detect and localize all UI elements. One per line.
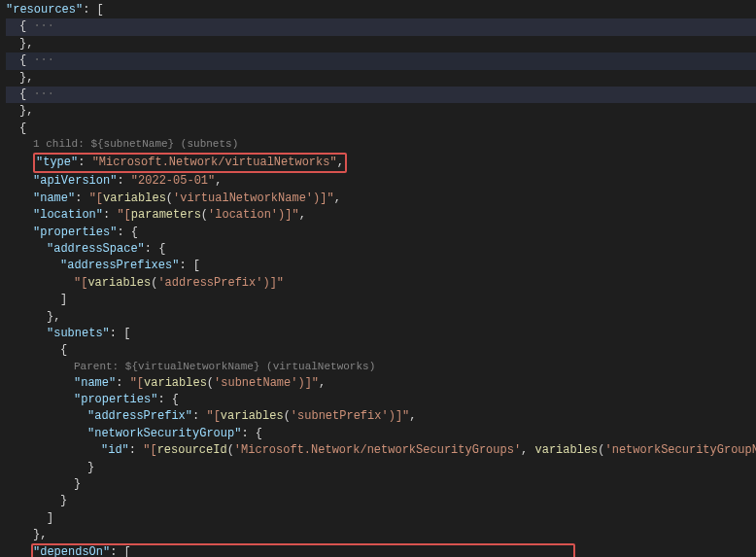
code-line[interactable]: "resources": [ [6, 2, 756, 18]
code-line[interactable]: "apiVersion": "2022-05-01", [6, 173, 756, 190]
inlay-hint: 1 child: ${subnetName} (subnets) [6, 137, 756, 153]
code-line[interactable]: "properties": { [6, 225, 756, 241]
code-line[interactable]: } [6, 476, 756, 493]
code-line[interactable]: "name": "[variables('subnetName')]", [6, 375, 756, 392]
code-line[interactable]: { [6, 342, 756, 359]
json-key: "resources" [6, 3, 83, 17]
code-line[interactable]: "subnets": [ [6, 326, 756, 342]
code-line[interactable]: "networkSecurityGroup": { [6, 426, 756, 442]
code-line[interactable]: ] [6, 292, 756, 308]
code-line[interactable]: } [6, 460, 756, 476]
collapsed-region[interactable]: { ··· [6, 52, 756, 69]
inlay-hint: Parent: ${virtualNetworkName} (virtualNe… [6, 360, 756, 375]
code-line[interactable]: { [6, 121, 756, 137]
code-line[interactable]: } [6, 493, 756, 509]
code-line[interactable]: }, [6, 70, 756, 87]
code-line[interactable]: "location": "[parameters('location')]", [6, 207, 756, 224]
code-editor[interactable]: "resources": [ { ··· }, { ··· }, { ··· }… [6, 2, 756, 557]
highlight-box: "type": "Microsoft.Network/virtualNetwor… [33, 153, 347, 173]
code-line[interactable]: "addressSpace": { [6, 241, 756, 258]
code-line[interactable]: }, [6, 309, 756, 326]
code-line[interactable]: }, [6, 103, 756, 120]
collapsed-region[interactable]: { ··· [6, 18, 756, 35]
code-line[interactable]: "type": "Microsoft.Network/virtualNetwor… [6, 153, 756, 173]
code-line[interactable]: "id": "[resourceId('Microsoft.Network/ne… [6, 442, 756, 459]
code-line[interactable]: }, [6, 36, 756, 52]
code-line[interactable]: }, [6, 527, 756, 543]
code-line[interactable]: "properties": { [6, 392, 756, 408]
code-line[interactable]: "name": "[variables('virtualNetworkName'… [6, 191, 756, 207]
code-line[interactable]: "addressPrefix": "[variables('subnetPref… [6, 408, 756, 425]
code-line[interactable]: "[variables('addressPrefix')]" [6, 275, 756, 292]
code-line[interactable]: ] [6, 510, 756, 527]
code-line[interactable]: "dependsOn": [ [6, 544, 756, 557]
collapsed-region[interactable]: { ··· [6, 87, 756, 103]
code-line[interactable]: "addressPrefixes": [ [6, 258, 756, 274]
